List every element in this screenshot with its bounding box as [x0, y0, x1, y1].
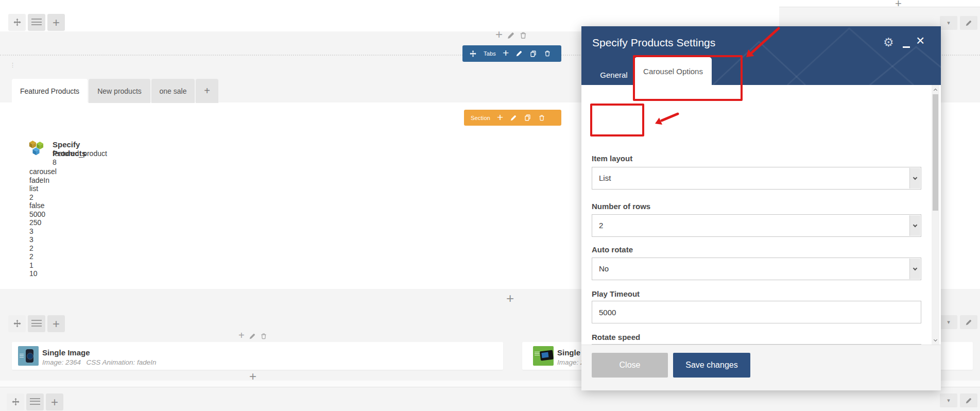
row-options-button[interactable]: ▾	[940, 315, 957, 329]
move-icon	[13, 18, 22, 27]
selected-value: 2	[599, 221, 603, 230]
rows-icon	[31, 19, 42, 26]
add-row-top-icon[interactable]: +	[895, 0, 902, 9]
modal-body: Item layout List Number of rows 2 Auto r…	[581, 85, 941, 345]
caret-down-icon: ▾	[947, 319, 950, 326]
auto-rotate-select[interactable]: No	[592, 258, 921, 280]
module-slug: featured_product	[53, 149, 107, 158]
scrollbar-thumb[interactable]	[933, 94, 938, 211]
row-layout-button[interactable]	[28, 14, 45, 31]
module-count: 8	[53, 158, 57, 167]
toolbar-label: Tabs	[484, 50, 496, 57]
add-section-plus-icon[interactable]: +	[506, 293, 514, 304]
field-label-number-of-rows: Number of rows	[592, 202, 650, 211]
add-row-button[interactable]: +	[47, 315, 65, 332]
add-element-icon[interactable]: +	[495, 29, 503, 40]
specify-products-settings-modal: Specify Products Settings ⚙ × General Ca…	[581, 26, 941, 390]
select-arrow-button[interactable]	[909, 168, 920, 189]
edit-element-icon[interactable]	[507, 31, 515, 40]
tab-one-sale[interactable]: one sale	[151, 79, 195, 103]
chevron-up-icon	[934, 88, 937, 92]
edit-icon[interactable]	[515, 50, 523, 57]
delete-icon[interactable]	[544, 50, 551, 57]
move-row-button[interactable]	[7, 393, 24, 410]
plus-icon: +	[51, 396, 58, 408]
delete-element-icon[interactable]	[260, 333, 267, 340]
single-image-module-left[interactable]: Single Image Image: 2364 CSS Animation: …	[12, 342, 503, 370]
row-controls-top: +	[8, 14, 65, 31]
row-layout-button[interactable]	[26, 393, 44, 410]
row-controls-bottom: +	[7, 393, 63, 410]
modal-tab-general[interactable]: General	[593, 65, 634, 85]
plus-icon: +	[53, 16, 60, 29]
rows-icon	[31, 320, 42, 328]
edit-icon	[965, 20, 972, 27]
item-layout-select[interactable]: List	[592, 167, 921, 190]
close-button[interactable]: Close	[592, 353, 668, 378]
duplicate-icon[interactable]	[524, 114, 531, 122]
add-tab-icon[interactable]: +	[503, 48, 509, 58]
row-edit-button[interactable]	[960, 393, 977, 407]
edit-icon	[965, 319, 972, 326]
tab-label: Carousel Options	[643, 67, 703, 76]
delete-element-icon[interactable]	[519, 31, 527, 40]
specify-products-icon	[28, 140, 44, 157]
close-icon[interactable]: ×	[916, 32, 924, 49]
gear-icon[interactable]: ⚙	[883, 36, 894, 49]
move-row-button[interactable]	[8, 315, 26, 332]
row-edit-button[interactable]	[960, 16, 977, 30]
row-options-button[interactable]: ▾	[940, 16, 957, 30]
tabs-toolbar: Tabs +	[462, 45, 561, 62]
edit-element-icon[interactable]	[249, 333, 256, 340]
module-setting: 3	[29, 235, 57, 244]
top-right-strip	[779, 0, 980, 7]
add-row-button[interactable]: +	[47, 14, 65, 31]
scroll-down-button[interactable]	[932, 336, 939, 345]
duplicate-icon[interactable]	[529, 50, 537, 58]
plus-icon: +	[204, 85, 210, 97]
select-arrow-button[interactable]	[909, 215, 920, 236]
tab-featured-products[interactable]: Featured Products	[12, 79, 88, 103]
modal-scrollbar[interactable]	[932, 85, 939, 345]
page-builder-canvas: + + + Tabs + ⋮ Featured Products New pro…	[0, 0, 980, 411]
plus-icon: +	[53, 318, 60, 330]
image-thumbnail	[18, 346, 39, 366]
tab-new-products[interactable]: New products	[89, 79, 150, 103]
element-mini-toolbar: +	[238, 332, 267, 340]
number-of-rows-select[interactable]: 2	[592, 214, 921, 237]
add-section-icon[interactable]: +	[497, 113, 503, 122]
modal-tab-carousel-options[interactable]: Carousel Options	[634, 57, 712, 85]
module-setting: fadeIn	[29, 176, 57, 185]
select-arrow-button[interactable]	[909, 259, 920, 279]
row-options-button[interactable]: ▾	[940, 393, 957, 407]
selected-value: No	[599, 264, 609, 273]
modal-title: Specify Products Settings	[592, 37, 715, 49]
meta-animation: CSS Animation: fadeIn	[87, 358, 157, 366]
minimize-icon[interactable]	[903, 46, 910, 48]
module-setting: false	[29, 201, 57, 210]
module-settings-list: carousel fadeIn list 2 false 5000 250 3 …	[29, 167, 57, 278]
row-controls-middle: +	[8, 315, 65, 332]
tab-label: Featured Products	[20, 87, 79, 95]
field-label-auto-rotate: Auto rotate	[592, 245, 633, 254]
add-row-button[interactable]: +	[46, 393, 63, 410]
scroll-up-button[interactable]	[932, 85, 939, 94]
add-product-tab-button[interactable]: +	[196, 79, 218, 103]
play-timeout-input[interactable]	[592, 301, 921, 323]
modal-header: Specify Products Settings ⚙ × General Ca…	[581, 26, 941, 85]
chevron-down-icon	[913, 222, 917, 227]
image-thumbnail	[533, 346, 554, 366]
delete-icon[interactable]	[538, 114, 545, 122]
row-edit-button[interactable]	[960, 315, 977, 329]
module-setting: 2	[29, 193, 57, 202]
move-icon[interactable]	[469, 50, 477, 58]
options-dots-icon[interactable]: ⋮	[10, 64, 15, 66]
edit-icon[interactable]	[510, 114, 517, 122]
module-setting: list	[29, 184, 57, 193]
element-mini-toolbar: +	[495, 31, 527, 40]
rows-icon	[30, 398, 40, 406]
add-element-icon[interactable]: +	[238, 330, 245, 340]
row-layout-button[interactable]	[28, 315, 45, 332]
move-row-button[interactable]	[8, 14, 26, 31]
save-changes-button[interactable]: Save changes	[673, 353, 750, 378]
